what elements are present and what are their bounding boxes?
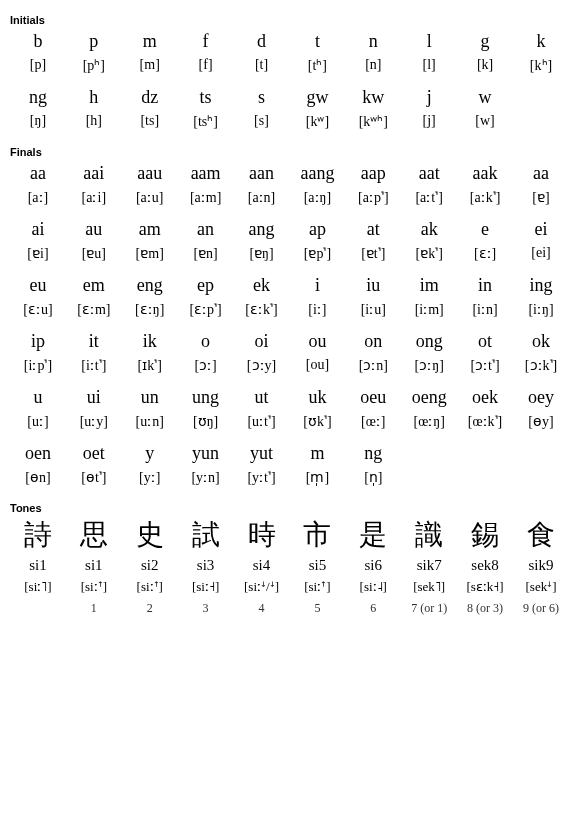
final-ipa: [ɛːm] <box>66 298 122 320</box>
tone-ipa: [siːꜜ/ꜜ] <box>234 576 290 598</box>
final-ipa: [ou] <box>289 354 345 376</box>
initial-rom: f <box>178 28 234 54</box>
final-rom: ak <box>401 216 457 242</box>
final-rom: ou <box>289 328 345 354</box>
final-ipa: [ɐm] <box>122 242 178 264</box>
final-rom: aa <box>513 160 569 186</box>
table-row: [aː] [aːi] [aːu] [aːm] [aːn] [aːŋ] [aːp˺… <box>10 186 569 208</box>
final-rom: u <box>10 384 66 410</box>
tone-char: 試 <box>178 516 234 554</box>
tone-rom: sik7 <box>401 554 457 576</box>
final-ipa: [aːi] <box>66 186 122 208</box>
final-ipa: [uːt˺] <box>234 410 290 432</box>
tones-header: Tones <box>10 502 569 514</box>
tone-num <box>10 598 66 618</box>
table-row: eu em eng ep ek i iu im in ing <box>10 272 569 298</box>
final-rom: an <box>178 216 234 242</box>
final-ipa: [ɵt˺] <box>66 466 122 488</box>
initial-ipa: [j] <box>401 110 457 132</box>
initial-rom: d <box>234 28 290 54</box>
initial-ipa: [f] <box>178 54 234 76</box>
final-ipa: [ɐ] <box>513 186 569 208</box>
final-ipa <box>513 466 569 488</box>
final-rom: oek <box>457 384 513 410</box>
final-ipa: [ɛː] <box>457 242 513 264</box>
final-ipa: [n̩] <box>345 466 401 488</box>
tone-rom: si5 <box>289 554 345 576</box>
tone-rom: si4 <box>234 554 290 576</box>
table-row: aa aai aau aam aan aang aap aat aak aa <box>10 160 569 186</box>
initial-ipa: [n] <box>345 54 401 76</box>
initial-ipa: [tʰ] <box>289 54 345 76</box>
final-ipa: [ɐŋ] <box>234 242 290 264</box>
final-rom: ei <box>513 216 569 242</box>
final-ipa: [uːn] <box>122 410 178 432</box>
final-rom: am <box>122 216 178 242</box>
final-rom: oen <box>10 440 66 466</box>
final-rom: ek <box>234 272 290 298</box>
final-ipa: [iːu] <box>345 298 401 320</box>
final-rom: ung <box>178 384 234 410</box>
initial-rom: p <box>66 28 122 54</box>
final-rom: aan <box>234 160 290 186</box>
final-rom: in <box>457 272 513 298</box>
final-ipa: [aːk˺] <box>457 186 513 208</box>
tone-char: 史 <box>122 516 178 554</box>
tone-ipa: [siːꜛ] <box>289 576 345 598</box>
final-ipa <box>457 466 513 488</box>
initial-ipa: [k] <box>457 54 513 76</box>
tone-rom: si3 <box>178 554 234 576</box>
final-ipa: [œːk˺] <box>457 410 513 432</box>
final-ipa: [iːt˺] <box>66 354 122 376</box>
final-rom: aa <box>10 160 66 186</box>
tone-char: 思 <box>66 516 122 554</box>
final-ipa: [œː] <box>345 410 401 432</box>
table-row: [iːp˺] [iːt˺] [ɪk˺] [ɔː] [ɔːy] [ou] [ɔːn… <box>10 354 569 376</box>
final-rom: iu <box>345 272 401 298</box>
tone-num: 8 (or 3) <box>457 598 513 618</box>
initial-rom: g <box>457 28 513 54</box>
final-ipa: [ɐn] <box>178 242 234 264</box>
final-ipa: [iːp˺] <box>10 354 66 376</box>
initial-rom: dz <box>122 84 178 110</box>
initial-ipa: [kʷ] <box>289 110 345 132</box>
table-row: si1 si1 si2 si3 si4 si5 si6 sik7 sek8 si… <box>10 554 569 576</box>
final-ipa: [ɐi] <box>10 242 66 264</box>
final-ipa: [ɔːy] <box>234 354 290 376</box>
initial-ipa: [t] <box>234 54 290 76</box>
tone-num: 7 (or 1) <box>401 598 457 618</box>
table-row: [ɛːu] [ɛːm] [ɛːŋ] [ɛːp˺] [ɛːk˺] [iː] [iː… <box>10 298 569 320</box>
final-rom: ut <box>234 384 290 410</box>
final-rom: oey <box>513 384 569 410</box>
tone-char: 是 <box>345 516 401 554</box>
initials-header: Initials <box>10 14 569 26</box>
final-rom: ik <box>122 328 178 354</box>
table-row: ng h dz ts s gw kw j w <box>10 84 569 110</box>
final-rom: ep <box>178 272 234 298</box>
initial-ipa: [w] <box>457 110 513 132</box>
initial-ipa: [ts] <box>122 110 178 132</box>
table-row: [uː] [uːy] [uːn] [ʊŋ] [uːt˺] [ʊk˺] [œː] … <box>10 410 569 432</box>
final-rom: at <box>345 216 401 242</box>
tones-table: 詩 思 史 試 時 市 是 識 錫 食 si1 si1 si2 si3 si4 … <box>10 516 569 618</box>
tone-num: 5 <box>289 598 345 618</box>
initial-rom: l <box>401 28 457 54</box>
final-ipa: [aːu] <box>122 186 178 208</box>
final-ipa: [ɛːŋ] <box>122 298 178 320</box>
tone-char: 市 <box>289 516 345 554</box>
final-ipa: [ɵy] <box>513 410 569 432</box>
final-ipa: [aːn] <box>234 186 290 208</box>
final-ipa: [aː] <box>10 186 66 208</box>
initial-rom: n <box>345 28 401 54</box>
final-rom: ang <box>234 216 290 242</box>
final-rom: ui <box>66 384 122 410</box>
final-rom: ing <box>513 272 569 298</box>
initial-ipa: [ŋ] <box>10 110 66 132</box>
final-rom: yun <box>178 440 234 466</box>
tone-num: 9 (or 6) <box>513 598 569 618</box>
final-ipa: [aːm] <box>178 186 234 208</box>
final-rom: aai <box>66 160 122 186</box>
final-ipa: [ɔːk˺] <box>513 354 569 376</box>
table-row: 1 2 3 4 5 6 7 (or 1) 8 (or 3) 9 (or 6) <box>10 598 569 618</box>
final-ipa <box>401 466 457 488</box>
